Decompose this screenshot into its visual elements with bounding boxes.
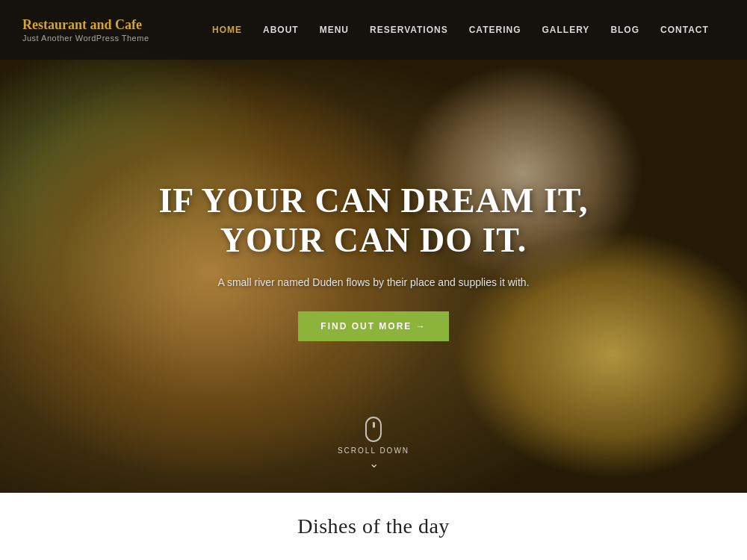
nav-item-contact[interactable]: CONTACT	[650, 17, 719, 43]
scroll-label: SCROLL DOWN	[338, 447, 409, 455]
nav-item-reservations[interactable]: RESERVATIONS	[359, 17, 459, 43]
scroll-mouse-icon	[365, 417, 382, 442]
nav-links: HOMEABOUTMENURESERVATIONSCATERINGGALLERY…	[202, 17, 719, 43]
nav-item-gallery[interactable]: GALLERY	[531, 17, 600, 43]
dishes-title: Dishes of the day	[297, 514, 450, 538]
nav-link-menu[interactable]: MENU	[309, 17, 359, 43]
nav-link-reservations[interactable]: RESERVATIONS	[359, 17, 459, 43]
hero-section: IF YOUR CAN DREAM IT, YOUR CAN DO IT. A …	[0, 0, 747, 493]
nav-item-catering[interactable]: CATERING	[459, 17, 532, 43]
nav-item-about[interactable]: ABOUT	[252, 17, 309, 43]
nav-item-home[interactable]: HOME	[202, 17, 252, 43]
nav-link-contact[interactable]: CONTACT	[650, 17, 719, 43]
nav-item-menu[interactable]: MENU	[309, 17, 359, 43]
nav-link-blog[interactable]: BLOG	[600, 17, 650, 43]
nav-link-home[interactable]: HOME	[202, 17, 252, 43]
nav-item-blog[interactable]: BLOG	[600, 17, 650, 43]
nav-link-about[interactable]: ABOUT	[252, 17, 309, 43]
brand-title: Restaurant and Cafe	[22, 17, 172, 34]
chevron-down-icon: ⌄	[369, 456, 379, 470]
hero-subtext: A small river named Duden flows by their…	[217, 274, 529, 290]
brand[interactable]: Restaurant and Cafe Just Another WordPre…	[22, 17, 172, 43]
scroll-down[interactable]: SCROLL DOWN ⌄	[338, 417, 409, 470]
nav-link-catering[interactable]: CATERING	[459, 17, 532, 43]
hero-headline: IF YOUR CAN DREAM IT, YOUR CAN DO IT.	[112, 181, 635, 261]
bottom-section: Dishes of the day	[0, 493, 747, 560]
nav-link-gallery[interactable]: GALLERY	[531, 17, 600, 43]
brand-subtitle: Just Another WordPress Theme	[22, 34, 172, 43]
find-out-more-button[interactable]: FIND OUT MORE →	[298, 311, 448, 341]
navbar: Restaurant and Cafe Just Another WordPre…	[0, 0, 747, 60]
